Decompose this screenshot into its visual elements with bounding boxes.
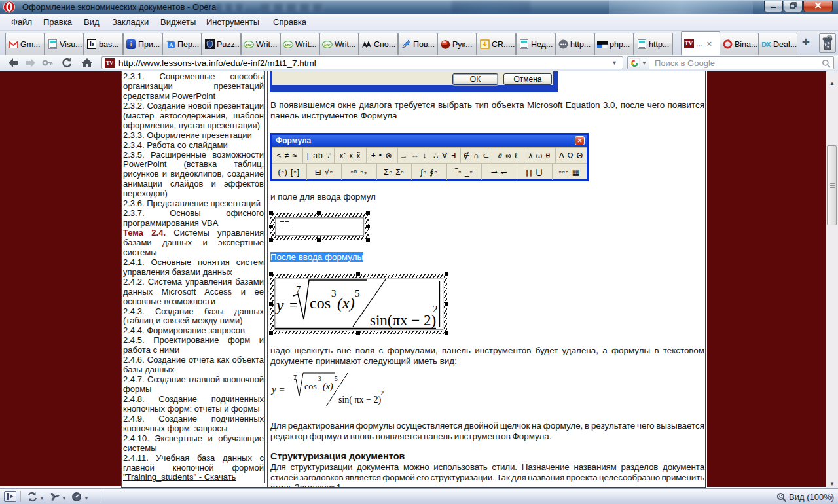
turbo-dropdown-icon[interactable]: ▼ bbox=[84, 495, 89, 501]
equation-toolbar-row1: ≤ ≠ ≈ ∣ ab ∵ xʹ x̄ x̃ ± • ⊗ → ⇔ ↓ ∴ ∀ ∃ … bbox=[272, 147, 587, 164]
eq-cell: ▫▫▫ ▦ bbox=[553, 164, 587, 180]
menu-widgets[interactable]: Виджеты bbox=[160, 17, 196, 27]
tab-php[interactable]: php... bbox=[594, 33, 634, 55]
unite-icon[interactable] bbox=[49, 492, 60, 502]
sidebar-item[interactable]: 2.3.2. Создание новой презентации (масте… bbox=[122, 101, 264, 131]
tab-writ-1[interactable]: ABCWrit... bbox=[241, 33, 280, 55]
tab-writ-2[interactable]: ABCWrit... bbox=[280, 33, 319, 55]
tab-visu[interactable]: Visu... bbox=[45, 33, 84, 55]
menu-tools[interactable]: Инструменты bbox=[206, 17, 259, 27]
tab-gmail[interactable]: Gm... bbox=[5, 33, 45, 55]
sidebar-item[interactable]: 2.4.2. Система управления базами данных … bbox=[122, 278, 264, 307]
vertical-scrollbar[interactable]: ▲ ▼ bbox=[826, 71, 838, 488]
search-placeholder[interactable]: Поиск в Google bbox=[655, 58, 715, 68]
unite-dropdown-icon[interactable]: ▼ bbox=[62, 495, 67, 501]
sidebar-item[interactable]: 2.3.7. Основы офисного программирования … bbox=[122, 209, 264, 228]
sidebar-item[interactable]: 2.3.5. Расширенные возможности PowerPoin… bbox=[122, 151, 264, 200]
zoom-icon bbox=[776, 492, 787, 502]
reload-button[interactable] bbox=[60, 57, 73, 69]
tab-spo[interactable]: Спо... bbox=[359, 33, 398, 55]
sidebar-item[interactable]: 2.4.8. Создание подчиненных кнопочных фо… bbox=[122, 395, 264, 414]
zoom-level[interactable]: Вид (100%) bbox=[789, 492, 834, 502]
info-icon: i bbox=[126, 39, 136, 50]
tab-per[interactable]: AПер... bbox=[162, 33, 202, 55]
tab-active-tva[interactable]: TV...× bbox=[681, 31, 720, 55]
tab-writ-3[interactable]: ABCWrit... bbox=[319, 33, 359, 55]
sidebar-item-download[interactable]: 2.4.11. Учебная база данных с главной кн… bbox=[122, 454, 264, 483]
sync-dropdown-icon[interactable]: ▼ bbox=[39, 495, 45, 501]
eq-cell: ▫ⁿ ▫₂ bbox=[342, 164, 377, 180]
search-engine-selector[interactable]: ▼ bbox=[628, 57, 649, 69]
sidebar-item[interactable]: 2.4.3. Создание базы данных (таблиц и св… bbox=[122, 307, 264, 327]
menu-bar: Файл Правка Вид Закладки Виджеты Инструм… bbox=[0, 14, 838, 31]
sync-icon[interactable] bbox=[27, 492, 38, 502]
search-magnifier-icon[interactable] bbox=[822, 59, 831, 68]
tab-http-2[interactable]: http... bbox=[634, 33, 673, 55]
titlebar-ghost-blob bbox=[452, 1, 530, 13]
back-button[interactable] bbox=[7, 57, 20, 69]
engine-dropdown-icon[interactable]: ▼ bbox=[642, 60, 647, 66]
maximize-button[interactable] bbox=[784, 1, 803, 12]
home-button[interactable] bbox=[81, 57, 94, 69]
panels-toggle-button[interactable] bbox=[4, 491, 16, 502]
red-ring-icon bbox=[722, 39, 733, 50]
sidebar-item[interactable]: 2.3.3. Оформление презентации bbox=[122, 131, 264, 141]
close-button[interactable] bbox=[803, 1, 833, 12]
main-article: ОК Отмена В появившемся окне диалога тре… bbox=[268, 71, 705, 487]
zoom-dropdown-icon[interactable]: ▼ bbox=[829, 495, 834, 501]
sidebar-item[interactable]: 2.3.6. Представление презентаций bbox=[122, 199, 264, 209]
sidebar-item[interactable]: 2.4.9. Создание подчиненных кнопочных фо… bbox=[122, 414, 264, 434]
eq-cell: ⇀ ↽ bbox=[482, 164, 517, 180]
wand-button[interactable] bbox=[41, 57, 54, 69]
title-bar[interactable]: Оформление экономических документов - Op… bbox=[0, 0, 838, 14]
menu-file[interactable]: Файл bbox=[11, 17, 32, 27]
eq-cell: ⊟ √▫ bbox=[307, 164, 342, 180]
tab-close-icon[interactable]: × bbox=[706, 39, 712, 48]
menu-help[interactable]: Справка bbox=[273, 17, 306, 27]
sidebar-item[interactable]: 2.4.7. Создание главной кнопочной формы bbox=[122, 375, 264, 395]
sidebar-item[interactable]: 2.3.1. Современные способы организации п… bbox=[122, 72, 264, 101]
address-field[interactable]: TV http://www.lessons-tva.info/edu/e-inf… bbox=[101, 56, 623, 69]
sidebar-item[interactable]: 2.4.1. Основные понятия систем управлени… bbox=[122, 258, 264, 278]
minimize-button[interactable] bbox=[764, 1, 783, 12]
turbo-icon[interactable] bbox=[71, 492, 82, 502]
eq-cell: ∫▫ ∮▫ bbox=[412, 164, 447, 180]
tab-pov[interactable]: Пов... bbox=[398, 33, 437, 55]
sidebar-item[interactable]: 2.3.4. Работа со слайдами bbox=[122, 141, 264, 151]
sidebar-item[interactable]: 2.4.10. Экспертные и обучающие системы bbox=[122, 434, 264, 454]
mountain-icon bbox=[361, 39, 372, 50]
page-background-left bbox=[0, 71, 121, 486]
sidebar-item[interactable]: 2.4.4. Формирование запросов bbox=[122, 326, 264, 336]
table-divider-1 bbox=[264, 71, 265, 483]
tab-bina[interactable]: Bina... bbox=[720, 33, 759, 55]
sidebar-nav: 2.3.1. Современные способы организации п… bbox=[122, 72, 264, 483]
tab-cr[interactable]: CR...... bbox=[477, 33, 516, 55]
tab-pri[interactable]: iПри... bbox=[123, 33, 162, 55]
scrollbar-thumb[interactable] bbox=[827, 145, 837, 225]
search-field[interactable]: ▼ Поиск в Google bbox=[627, 56, 834, 69]
scroll-up-icon[interactable]: ▲ bbox=[826, 81, 838, 86]
tab-deal[interactable]: DXDeal... bbox=[758, 33, 797, 55]
svg-text:5: 5 bbox=[355, 288, 360, 298]
tab-ned[interactable]: Нед... bbox=[516, 33, 555, 55]
address-dropdown-icon[interactable]: ▼ bbox=[611, 60, 617, 66]
tab-puzz[interactable]: Puzz... bbox=[202, 33, 241, 55]
dialog-cancel-button: Отмена bbox=[503, 73, 552, 85]
tab-ruk[interactable]: Рук... bbox=[437, 33, 477, 55]
sidebar-item[interactable]: 2.4.6. Создание отчета как объекта базы … bbox=[122, 355, 264, 375]
url-text[interactable]: http://www.lessons-tva.info/edu/e-inf2/m… bbox=[118, 58, 316, 68]
scroll-down-icon[interactable]: ▼ bbox=[826, 481, 838, 487]
tab-http-1[interactable]: http... bbox=[555, 33, 594, 55]
new-tab-button[interactable]: + bbox=[798, 36, 814, 49]
sidebar-item-theme[interactable]: Тема 2.4. Системы управления базами данн… bbox=[122, 228, 264, 258]
menu-bookmarks[interactable]: Закладки bbox=[112, 17, 149, 27]
paragraph-4: Для редактирования формулы осуществляетс… bbox=[270, 421, 704, 441]
menu-view[interactable]: Вид bbox=[84, 17, 100, 27]
tab-bas[interactable]: bbas... bbox=[84, 33, 123, 55]
closed-tabs-trash-button[interactable] bbox=[819, 33, 836, 53]
svg-text:sin(πx − 2): sin(πx − 2) bbox=[370, 312, 436, 329]
menu-edit[interactable]: Правка bbox=[43, 17, 72, 27]
sidebar-item[interactable]: 2.4.5. Проектирование форм и работа с ни… bbox=[122, 336, 264, 355]
forward-button[interactable] bbox=[24, 57, 37, 69]
titlebar-haze bbox=[609, 0, 753, 14]
